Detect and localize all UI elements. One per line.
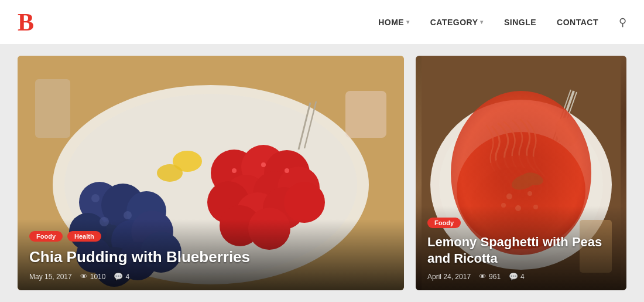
card-date: May 15, 2017 bbox=[29, 273, 72, 281]
card-title-pasta: Lemony Spaghetti with Peas and Ricotta bbox=[427, 234, 615, 267]
eye-icon: 👁 bbox=[80, 272, 88, 281]
nav-category[interactable]: CATEGORY ▾ bbox=[430, 18, 484, 27]
comment-icon: 💬 bbox=[509, 272, 518, 281]
search-icon[interactable]: ⚲ bbox=[619, 16, 626, 29]
svg-point-36 bbox=[157, 164, 183, 182]
card-overlay-pasta: Foody Lemony Spaghetti with Peas and Ric… bbox=[416, 206, 626, 290]
card-overlay: Foody Health Chia Pudding with Blueberri… bbox=[18, 219, 404, 290]
card-pasta[interactable]: Foody Lemony Spaghetti with Peas and Ric… bbox=[416, 56, 626, 290]
svg-rect-39 bbox=[345, 91, 386, 138]
logo[interactable]: B bbox=[18, 10, 34, 35]
eye-icon: 👁 bbox=[479, 272, 487, 281]
svg-point-50 bbox=[506, 194, 512, 199]
nav-contact[interactable]: CONTACT bbox=[557, 18, 598, 27]
svg-point-48 bbox=[509, 171, 539, 193]
svg-point-18 bbox=[124, 211, 132, 219]
svg-point-34 bbox=[285, 168, 289, 173]
svg-point-32 bbox=[232, 168, 237, 173]
svg-point-51 bbox=[527, 191, 532, 196]
card-tags-pasta: Foody bbox=[427, 218, 615, 228]
card-title-berries: Chia Pudding with Blueberries bbox=[29, 247, 392, 267]
svg-point-19 bbox=[91, 194, 100, 202]
card-meta-berries: May 15, 2017 👁 1010 💬 4 bbox=[29, 272, 392, 281]
card-berries[interactable]: Foody Health Chia Pudding with Blueberri… bbox=[18, 56, 404, 290]
chevron-down-icon: ▾ bbox=[480, 19, 484, 25]
svg-rect-40 bbox=[35, 79, 70, 138]
header: B HOME ▾ CATEGORY ▾ SINGLE CONTACT ⚲ bbox=[0, 0, 644, 44]
nav-single[interactable]: SINGLE bbox=[504, 18, 536, 27]
card-comments: 💬 4 bbox=[114, 272, 129, 281]
tag-foody[interactable]: Foody bbox=[29, 231, 63, 242]
tag-foody-pasta[interactable]: Foody bbox=[427, 218, 461, 228]
navigation: HOME ▾ CATEGORY ▾ SINGLE CONTACT ⚲ bbox=[378, 16, 626, 29]
card-comments-pasta: 💬 4 bbox=[509, 272, 525, 281]
chevron-down-icon: ▾ bbox=[406, 19, 410, 25]
svg-point-29 bbox=[284, 182, 325, 223]
svg-point-33 bbox=[261, 162, 266, 167]
main-content: Foody Health Chia Pudding with Blueberri… bbox=[0, 44, 644, 302]
card-date-pasta: April 24, 2017 bbox=[427, 273, 471, 281]
svg-point-49 bbox=[521, 171, 544, 188]
card-meta-pasta: April 24, 2017 👁 961 💬 4 bbox=[427, 272, 615, 281]
comment-icon: 💬 bbox=[114, 272, 123, 281]
card-views: 👁 1010 bbox=[80, 272, 106, 281]
tag-health[interactable]: Health bbox=[67, 231, 101, 242]
nav-home[interactable]: HOME ▾ bbox=[378, 18, 410, 27]
card-views-pasta: 👁 961 bbox=[479, 272, 501, 281]
card-tags: Foody Health bbox=[29, 231, 392, 242]
